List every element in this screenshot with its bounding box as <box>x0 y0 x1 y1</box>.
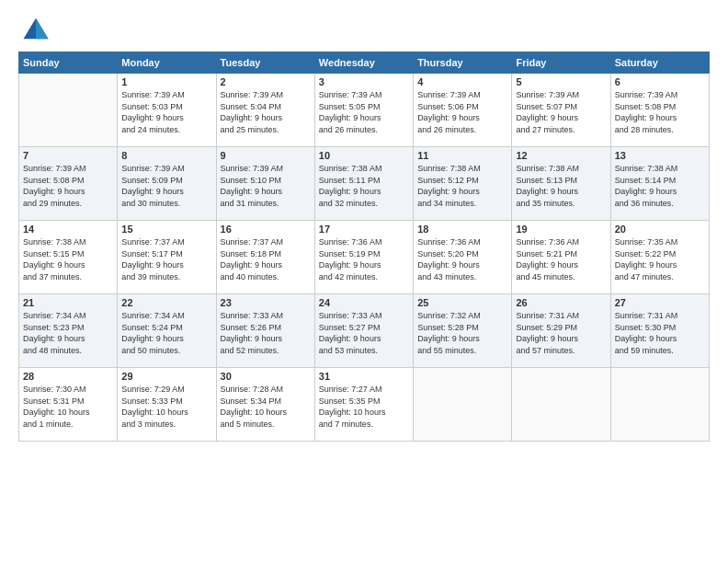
calendar-cell: 25Sunrise: 7:32 AMSunset: 5:28 PMDayligh… <box>414 294 512 368</box>
calendar-cell: 10Sunrise: 7:38 AMSunset: 5:11 PMDayligh… <box>314 147 413 221</box>
day-number: 30 <box>221 371 311 382</box>
calendar-cell: 12Sunrise: 7:38 AMSunset: 5:13 PMDayligh… <box>512 147 610 221</box>
calendar-cell: 13Sunrise: 7:38 AMSunset: 5:14 PMDayligh… <box>610 147 709 221</box>
calendar-cell <box>512 368 610 442</box>
day-info: Sunrise: 7:39 AMSunset: 5:10 PMDaylight:… <box>221 163 311 209</box>
calendar-cell: 22Sunrise: 7:34 AMSunset: 5:24 PMDayligh… <box>118 294 216 368</box>
day-info: Sunrise: 7:31 AMSunset: 5:29 PMDaylight:… <box>516 310 606 356</box>
day-info: Sunrise: 7:38 AMSunset: 5:11 PMDaylight:… <box>319 163 409 209</box>
weekday-header-monday: Monday <box>118 52 216 74</box>
day-number: 3 <box>319 76 409 87</box>
day-info: Sunrise: 7:38 AMSunset: 5:12 PMDaylight:… <box>417 163 507 209</box>
calendar-cell: 20Sunrise: 7:35 AMSunset: 5:22 PMDayligh… <box>610 221 709 294</box>
svg-marker-1 <box>36 18 49 40</box>
day-info: Sunrise: 7:36 AMSunset: 5:20 PMDaylight:… <box>417 236 507 282</box>
day-number: 11 <box>417 150 507 161</box>
day-number: 14 <box>23 224 113 235</box>
day-number: 12 <box>516 150 606 161</box>
calendar-cell: 23Sunrise: 7:33 AMSunset: 5:26 PMDayligh… <box>216 294 314 368</box>
calendar-cell: 26Sunrise: 7:31 AMSunset: 5:29 PMDayligh… <box>512 294 610 368</box>
calendar-cell: 8Sunrise: 7:39 AMSunset: 5:09 PMDaylight… <box>118 147 216 221</box>
day-info: Sunrise: 7:38 AMSunset: 5:14 PMDaylight:… <box>615 163 705 209</box>
day-number: 25 <box>417 297 507 308</box>
day-info: Sunrise: 7:39 AMSunset: 5:07 PMDaylight:… <box>516 89 606 135</box>
calendar-cell: 21Sunrise: 7:34 AMSunset: 5:23 PMDayligh… <box>19 294 118 368</box>
day-number: 13 <box>615 150 705 161</box>
day-number: 20 <box>615 224 705 235</box>
calendar-cell: 1Sunrise: 7:39 AMSunset: 5:03 PMDaylight… <box>118 74 216 147</box>
day-info: Sunrise: 7:33 AMSunset: 5:26 PMDaylight:… <box>221 310 311 356</box>
day-number: 2 <box>221 76 311 87</box>
calendar-cell: 17Sunrise: 7:36 AMSunset: 5:19 PMDayligh… <box>314 221 413 294</box>
day-info: Sunrise: 7:39 AMSunset: 5:08 PMDaylight:… <box>615 89 705 135</box>
page: SundayMondayTuesdayWednesdayThursdayFrid… <box>0 0 728 563</box>
weekday-header-wednesday: Wednesday <box>314 52 413 74</box>
calendar-cell <box>414 368 512 442</box>
day-number: 18 <box>417 224 507 235</box>
weekday-header-sunday: Sunday <box>19 52 118 74</box>
day-number: 9 <box>221 150 311 161</box>
day-info: Sunrise: 7:39 AMSunset: 5:09 PMDaylight:… <box>121 163 211 209</box>
day-number: 17 <box>319 224 409 235</box>
day-info: Sunrise: 7:39 AMSunset: 5:05 PMDaylight:… <box>319 89 409 135</box>
day-number: 19 <box>516 224 606 235</box>
calendar-cell: 2Sunrise: 7:39 AMSunset: 5:04 PMDaylight… <box>216 74 314 147</box>
day-info: Sunrise: 7:39 AMSunset: 5:03 PMDaylight:… <box>121 89 211 135</box>
calendar: SundayMondayTuesdayWednesdayThursdayFrid… <box>18 52 710 442</box>
day-info: Sunrise: 7:39 AMSunset: 5:04 PMDaylight:… <box>221 89 311 135</box>
weekday-header-thursday: Thursday <box>414 52 512 74</box>
day-number: 28 <box>23 371 113 382</box>
day-number: 1 <box>121 76 211 87</box>
weekday-header-row: SundayMondayTuesdayWednesdayThursdayFrid… <box>19 52 710 74</box>
calendar-cell: 11Sunrise: 7:38 AMSunset: 5:12 PMDayligh… <box>414 147 512 221</box>
day-info: Sunrise: 7:37 AMSunset: 5:18 PMDaylight:… <box>221 236 311 282</box>
day-number: 29 <box>121 371 211 382</box>
calendar-cell: 6Sunrise: 7:39 AMSunset: 5:08 PMDaylight… <box>610 74 709 147</box>
calendar-cell: 15Sunrise: 7:37 AMSunset: 5:17 PMDayligh… <box>118 221 216 294</box>
calendar-cell: 14Sunrise: 7:38 AMSunset: 5:15 PMDayligh… <box>19 221 118 294</box>
day-info: Sunrise: 7:38 AMSunset: 5:15 PMDaylight:… <box>23 236 113 282</box>
day-info: Sunrise: 7:33 AMSunset: 5:27 PMDaylight:… <box>319 310 409 356</box>
day-number: 7 <box>23 150 113 161</box>
day-info: Sunrise: 7:32 AMSunset: 5:28 PMDaylight:… <box>417 310 507 356</box>
calendar-cell: 18Sunrise: 7:36 AMSunset: 5:20 PMDayligh… <box>414 221 512 294</box>
day-info: Sunrise: 7:28 AMSunset: 5:34 PMDaylight:… <box>221 384 311 430</box>
header <box>18 15 710 42</box>
day-info: Sunrise: 7:38 AMSunset: 5:13 PMDaylight:… <box>516 163 606 209</box>
calendar-cell: 9Sunrise: 7:39 AMSunset: 5:10 PMDaylight… <box>216 147 314 221</box>
day-number: 16 <box>221 224 311 235</box>
day-number: 31 <box>319 371 409 382</box>
calendar-cell: 16Sunrise: 7:37 AMSunset: 5:18 PMDayligh… <box>216 221 314 294</box>
logo-icon <box>22 15 50 42</box>
day-number: 15 <box>121 224 211 235</box>
day-info: Sunrise: 7:34 AMSunset: 5:24 PMDaylight:… <box>121 310 211 356</box>
logo <box>18 15 50 42</box>
day-number: 5 <box>516 76 606 87</box>
calendar-cell <box>610 368 709 442</box>
calendar-cell: 5Sunrise: 7:39 AMSunset: 5:07 PMDaylight… <box>512 74 610 147</box>
day-number: 24 <box>319 297 409 308</box>
day-number: 27 <box>615 297 705 308</box>
day-number: 4 <box>417 76 507 87</box>
weekday-header-saturday: Saturday <box>610 52 709 74</box>
weekday-header-tuesday: Tuesday <box>216 52 314 74</box>
calendar-cell: 27Sunrise: 7:31 AMSunset: 5:30 PMDayligh… <box>610 294 709 368</box>
day-info: Sunrise: 7:29 AMSunset: 5:33 PMDaylight:… <box>121 384 211 430</box>
day-number: 8 <box>121 150 211 161</box>
day-info: Sunrise: 7:34 AMSunset: 5:23 PMDaylight:… <box>23 310 113 356</box>
calendar-cell <box>19 74 118 147</box>
calendar-cell: 30Sunrise: 7:28 AMSunset: 5:34 PMDayligh… <box>216 368 314 442</box>
day-info: Sunrise: 7:30 AMSunset: 5:31 PMDaylight:… <box>23 384 113 430</box>
day-number: 6 <box>615 76 705 87</box>
day-info: Sunrise: 7:39 AMSunset: 5:08 PMDaylight:… <box>23 163 113 209</box>
day-info: Sunrise: 7:27 AMSunset: 5:35 PMDaylight:… <box>319 384 409 430</box>
calendar-cell: 24Sunrise: 7:33 AMSunset: 5:27 PMDayligh… <box>314 294 413 368</box>
day-number: 10 <box>319 150 409 161</box>
calendar-cell: 31Sunrise: 7:27 AMSunset: 5:35 PMDayligh… <box>314 368 413 442</box>
calendar-cell: 19Sunrise: 7:36 AMSunset: 5:21 PMDayligh… <box>512 221 610 294</box>
day-number: 21 <box>23 297 113 308</box>
day-info: Sunrise: 7:35 AMSunset: 5:22 PMDaylight:… <box>615 236 705 282</box>
day-info: Sunrise: 7:31 AMSunset: 5:30 PMDaylight:… <box>615 310 705 356</box>
calendar-cell: 3Sunrise: 7:39 AMSunset: 5:05 PMDaylight… <box>314 74 413 147</box>
day-info: Sunrise: 7:39 AMSunset: 5:06 PMDaylight:… <box>417 89 507 135</box>
